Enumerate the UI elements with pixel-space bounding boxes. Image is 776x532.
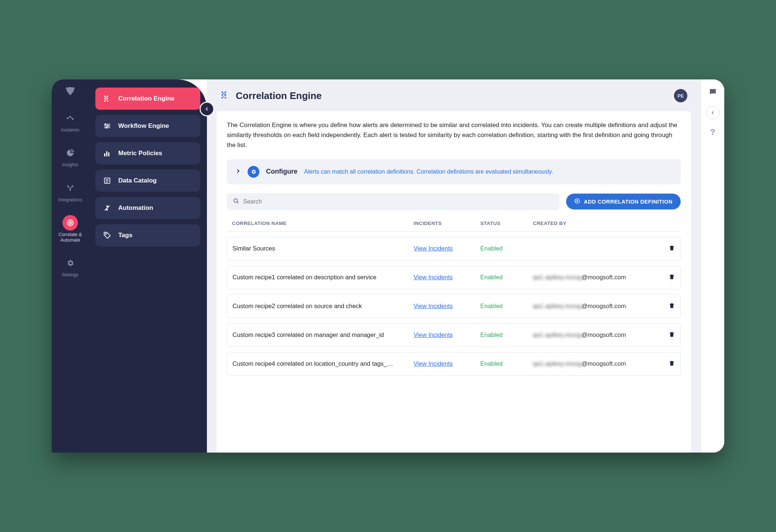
tags-icon bbox=[103, 231, 112, 240]
svg-point-8 bbox=[70, 222, 71, 224]
row-name: Custom recipe1 correlated on description… bbox=[232, 274, 413, 281]
insights-icon bbox=[62, 145, 78, 161]
svg-point-28 bbox=[225, 97, 226, 98]
rail-item-settings[interactable]: Settings bbox=[52, 253, 89, 280]
row-name: Custom recipe2 correlated on source and … bbox=[232, 303, 413, 310]
row-status: Enabled bbox=[480, 274, 533, 281]
plus-circle-icon bbox=[574, 198, 580, 205]
search-icon bbox=[233, 198, 239, 206]
trash-icon bbox=[668, 245, 675, 251]
rail-label: Correlate & Automate bbox=[54, 232, 87, 243]
add-correlation-button[interactable]: ADD CORRELATION DEFINITION bbox=[566, 194, 681, 209]
rail-item-incidents[interactable]: Incidents bbox=[52, 108, 89, 135]
main-content: Correlation Engine PE The Correlation En… bbox=[207, 79, 701, 453]
workflow-engine-icon bbox=[103, 122, 112, 130]
trash-icon bbox=[668, 302, 675, 309]
settings-icon bbox=[62, 255, 78, 271]
rail-label: Settings bbox=[62, 272, 78, 277]
view-incidents-link[interactable]: View Incidents bbox=[413, 245, 480, 252]
table-row[interactable]: Similar SourcesView IncidentsEnabled bbox=[227, 237, 681, 260]
secondary-nav: Correlation Engine Workflow Engine Metri… bbox=[89, 79, 207, 453]
subnav-label: Workflow Engine bbox=[118, 122, 169, 130]
app-shell: Incidents Insights Integrations Correlat… bbox=[52, 79, 724, 453]
help-icon[interactable]: ? bbox=[710, 127, 715, 137]
main-header: Correlation Engine PE bbox=[207, 79, 701, 106]
rail-label: Integrations bbox=[58, 197, 82, 202]
page-title: Correlation Engine bbox=[236, 90, 322, 102]
svg-rect-19 bbox=[106, 151, 107, 157]
table-header: CORRELATION NAME INCIDENTS STATUS CREATE… bbox=[227, 221, 681, 232]
automation-icon bbox=[103, 204, 112, 212]
rail-label: Insights bbox=[62, 162, 78, 167]
row-creator: qa1.apikey.moog@moogsoft.com bbox=[533, 274, 657, 281]
add-button-label: ADD CORRELATION DEFINITION bbox=[584, 199, 673, 205]
subnav-label: Tags bbox=[118, 232, 132, 239]
subnav-label: Correlation Engine bbox=[118, 95, 174, 102]
collapse-sidebar-button[interactable] bbox=[200, 102, 214, 116]
subnav-item-metric-policies[interactable]: Metric Policies bbox=[95, 142, 200, 164]
delete-row-button[interactable] bbox=[668, 360, 675, 368]
trash-icon bbox=[668, 273, 675, 280]
view-incidents-link[interactable]: View Incidents bbox=[413, 274, 480, 281]
trash-icon bbox=[668, 360, 675, 366]
chevron-right-icon bbox=[235, 168, 241, 175]
row-creator: qa1.apikey.moog@moogsoft.com bbox=[533, 331, 657, 338]
rail-item-insights[interactable]: Insights bbox=[52, 143, 89, 170]
row-name: Custom recipe3 correlated on manager and… bbox=[232, 331, 413, 338]
table-row[interactable]: Custom recipe2 correlated on source and … bbox=[227, 294, 681, 318]
correlation-engine-icon bbox=[103, 94, 112, 103]
delete-row-button[interactable] bbox=[668, 331, 675, 339]
table-row[interactable]: Custom recipe1 correlated on description… bbox=[227, 266, 681, 289]
configure-label: Configure bbox=[266, 168, 297, 175]
subnav-item-automation[interactable]: Automation bbox=[95, 197, 200, 219]
subnav-item-correlation-engine[interactable]: Correlation Engine bbox=[95, 88, 200, 110]
subnav-label: Automation bbox=[118, 204, 153, 212]
configure-panel[interactable]: Configure Alerts can match all correlati… bbox=[227, 159, 681, 184]
collapse-right-button[interactable] bbox=[706, 106, 719, 119]
chat-icon[interactable] bbox=[708, 88, 717, 98]
col-status: STATUS bbox=[480, 221, 533, 226]
delete-row-button[interactable] bbox=[668, 273, 675, 282]
metric-policies-icon bbox=[103, 149, 112, 158]
app-logo-icon bbox=[65, 87, 75, 96]
view-incidents-link[interactable]: View Incidents bbox=[413, 303, 480, 310]
svg-point-15 bbox=[105, 124, 106, 125]
row-status: Enabled bbox=[480, 360, 533, 367]
col-incidents: INCIDENTS bbox=[413, 221, 480, 226]
table-row[interactable]: Custom recipe4 correlated on location_co… bbox=[227, 352, 681, 376]
svg-point-14 bbox=[107, 100, 108, 102]
integrations-icon bbox=[62, 180, 78, 196]
col-created-by: CREATED BY bbox=[533, 221, 657, 226]
table-body: Similar SourcesView IncidentsEnabledCust… bbox=[227, 237, 681, 376]
search-box[interactable] bbox=[227, 193, 559, 210]
subnav-item-tags[interactable]: Tags bbox=[95, 224, 200, 246]
page-description: The Correlation Engine is where you defi… bbox=[227, 120, 681, 150]
main-body: The Correlation Engine is where you defi… bbox=[217, 111, 691, 453]
table-row[interactable]: Custom recipe3 correlated on manager and… bbox=[227, 323, 681, 347]
row-status: Enabled bbox=[480, 303, 533, 310]
user-avatar[interactable]: PE bbox=[674, 89, 687, 102]
delete-row-button[interactable] bbox=[668, 302, 675, 310]
primary-nav-rail: Incidents Insights Integrations Correlat… bbox=[52, 79, 89, 453]
trash-icon bbox=[668, 331, 675, 338]
view-incidents-link[interactable]: View Incidents bbox=[413, 331, 480, 338]
data-catalog-icon bbox=[103, 176, 112, 185]
gear-icon bbox=[248, 166, 259, 178]
svg-rect-20 bbox=[108, 152, 109, 156]
subnav-item-data-catalog[interactable]: Data Catalog bbox=[95, 170, 200, 192]
search-input[interactable] bbox=[243, 198, 554, 205]
row-creator: qa1.apikey.moog@moogsoft.com bbox=[533, 303, 657, 310]
view-incidents-link[interactable]: View Incidents bbox=[413, 360, 480, 367]
svg-point-16 bbox=[107, 126, 108, 127]
rail-item-integrations[interactable]: Integrations bbox=[52, 178, 89, 205]
subnav-label: Metric Policies bbox=[118, 150, 162, 157]
subnav-item-workflow-engine[interactable]: Workflow Engine bbox=[95, 115, 200, 137]
col-name: CORRELATION NAME bbox=[232, 221, 413, 226]
row-name: Custom recipe4 correlated on location_co… bbox=[232, 360, 413, 367]
svg-point-29 bbox=[234, 199, 238, 202]
rail-item-correlate-automate[interactable]: Correlate & Automate bbox=[52, 213, 89, 245]
svg-rect-18 bbox=[104, 153, 105, 156]
delete-row-button[interactable] bbox=[668, 245, 675, 253]
configure-message: Alerts can match all correlation definit… bbox=[304, 168, 553, 175]
page-title-icon bbox=[220, 90, 230, 101]
